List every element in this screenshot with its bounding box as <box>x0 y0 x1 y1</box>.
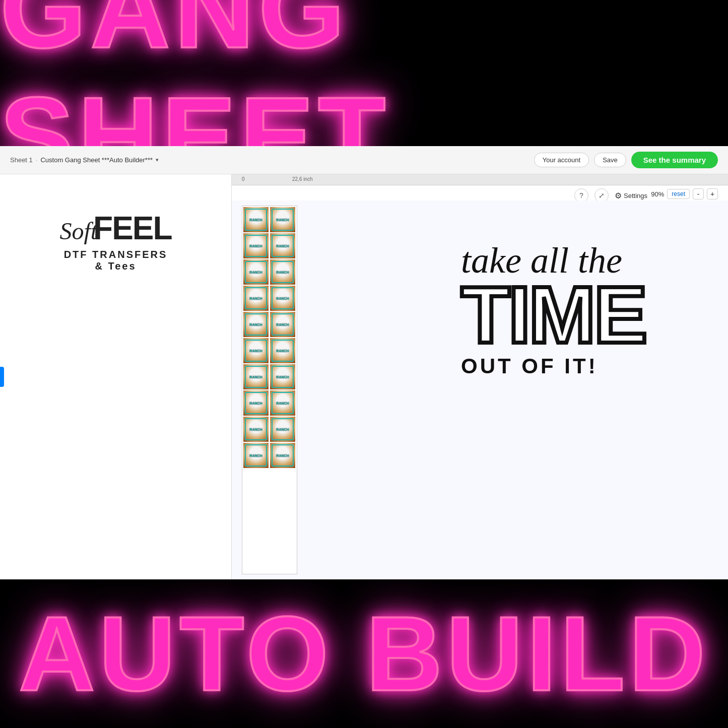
browser-section: Sheet 1 · Custom Gang Sheet ***Auto Buil… <box>0 146 728 579</box>
ranch-tile-5: RANCH <box>243 259 269 285</box>
your-account-button[interactable]: Your account <box>534 153 589 167</box>
overlay-time: TIME <box>461 281 723 349</box>
settings-label: Settings <box>624 192 647 200</box>
ranch-tile-10: RANCH <box>270 312 295 337</box>
top-banner: GANG SHEET <box>0 0 728 146</box>
zoom-controls: 90% reset - + <box>651 188 718 200</box>
logo-soft: Soft <box>59 218 97 244</box>
zoom-percentage: 90% <box>651 190 664 198</box>
ranch-tile-2: RANCH <box>270 207 295 232</box>
breadcrumb-separator: · <box>36 156 38 164</box>
breadcrumb: Sheet 1 · Custom Gang Sheet ***Auto Buil… <box>10 156 528 164</box>
ranch-tile-1: RANCH <box>243 207 269 232</box>
ranch-tile-3: RANCH <box>243 233 269 258</box>
toolbar-right: Your account Save See the summary <box>534 152 718 168</box>
bottom-banner: AUTO BUILD <box>0 579 728 728</box>
ruler-mark-22: 22,6 inch <box>292 176 313 182</box>
sheet-label: Sheet 1 <box>10 156 33 164</box>
canvas-area: SoftFEEL DTF TRANSFERS & Tees 0 22,6 inc… <box>0 174 728 579</box>
ranch-tile-19: RANCH <box>243 443 269 468</box>
canvas-overlay-text: take all the TIME OUT OF IT! <box>461 241 723 378</box>
ruler-mark-0: 0 <box>242 176 245 182</box>
ranch-tile-12: RANCH <box>270 338 295 363</box>
ranch-tile-18: RANCH <box>270 417 295 442</box>
zoom-minus-button[interactable]: - <box>693 188 704 200</box>
logo-dtf: DTF TRANSFERS <box>59 249 171 260</box>
browser-toolbar: Sheet 1 · Custom Gang Sheet ***Auto Buil… <box>0 146 728 174</box>
dropdown-arrow-icon[interactable]: ▾ <box>156 157 159 163</box>
gear-icon: ⚙ <box>615 191 622 201</box>
sheet-name: Custom Gang Sheet ***Auto Builder*** <box>40 156 153 164</box>
sheet-canvas: RANCH RANCH <box>232 201 728 579</box>
ranch-tile-6: RANCH <box>270 259 295 285</box>
design-strip: RANCH RANCH <box>242 206 297 574</box>
logo-panel: SoftFEEL DTF TRANSFERS & Tees <box>0 174 232 579</box>
bottom-banner-text: AUTO BUILD <box>19 593 709 715</box>
see-summary-button[interactable]: See the summary <box>631 152 718 168</box>
overlay-out-of-it: OUT OF IT! <box>461 354 723 378</box>
logo-line1: SoftFEEL <box>59 210 171 247</box>
logo-and-tees: & Tees <box>59 260 171 272</box>
ranch-tile-7: RANCH <box>243 286 269 311</box>
ruler-top: 0 22,6 inch <box>232 174 728 185</box>
ranch-tile-4: RANCH <box>270 233 295 258</box>
zoom-plus-button[interactable]: + <box>707 188 718 200</box>
zoom-reset-button[interactable]: reset <box>667 189 690 199</box>
logo-feel: FEEL <box>93 210 172 247</box>
ranch-tile-15: RANCH <box>243 390 269 416</box>
ranch-tile-8: RANCH <box>270 286 295 311</box>
save-button[interactable]: Save <box>594 153 626 167</box>
ranch-tile-9: RANCH <box>243 312 269 337</box>
ranch-tile-17: RANCH <box>243 417 269 442</box>
design-canvas[interactable]: 0 22,6 inch 10 20 30 40 50 60 70 80 90 9… <box>232 174 728 579</box>
ranch-tile-11: RANCH <box>243 338 269 363</box>
ranch-tile-16: RANCH <box>270 390 295 416</box>
settings-button[interactable]: ⚙ Settings <box>615 191 647 201</box>
ranch-tile-14: RANCH <box>270 364 295 389</box>
ranch-tiles-grid: RANCH RANCH <box>242 206 297 469</box>
ranch-tile-20: RANCH <box>270 443 295 468</box>
ranch-tile-13: RANCH <box>243 364 269 389</box>
logo-container: SoftFEEL DTF TRANSFERS & Tees <box>49 200 181 282</box>
left-tab <box>0 367 4 387</box>
